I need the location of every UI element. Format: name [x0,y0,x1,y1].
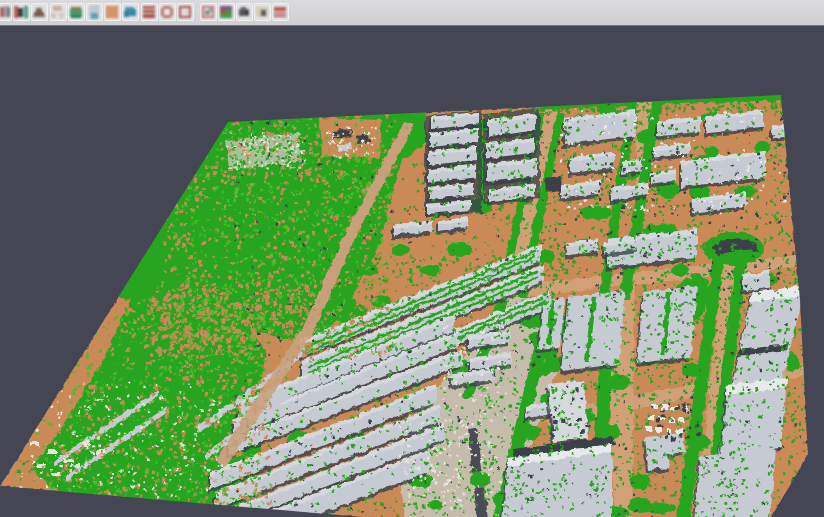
classified-raster-icon [219,5,233,19]
toolbar-button-segment[interactable] [200,3,217,21]
toolbar-button-align-clouds[interactable] [13,3,30,21]
toolbar-button-pale-blocks[interactable] [50,3,67,21]
small-structure [48,450,57,454]
red-ring-icon [160,5,174,19]
grove [520,424,540,440]
terrain-raster-icon [69,5,83,19]
pale-blocks-icon [51,5,65,19]
camera-icon [237,5,251,19]
toolbar-button-red-stripes[interactable] [141,3,158,21]
grove [671,264,689,276]
toolbar-button-edge-clipped[interactable] [0,3,12,21]
viewport-3d[interactable] [0,26,824,517]
br-mid-lower [694,448,776,517]
application-window [0,0,824,517]
small-structure [656,427,662,432]
red-stripes-icon [142,5,156,19]
toolbar-button-orange-box[interactable] [104,3,121,21]
small-structure [649,415,655,420]
segment-icon [201,5,215,19]
main-toolbar [0,0,824,26]
toolbar-button-red-table[interactable] [272,3,289,21]
small-structure [52,472,61,476]
point-cloud-layers [0,90,824,517]
toolbar-button-red-ring[interactable] [159,3,176,21]
toolbar-button-level-slider[interactable] [86,3,103,21]
grove [448,243,472,257]
toolbar-button-mesh-building[interactable] [31,3,48,21]
toolbar-button-blue-sphere[interactable] [122,3,139,21]
orange-box-icon [105,5,119,19]
toolbar-button-camera[interactable] [236,3,253,21]
mesh-building-icon [32,5,46,19]
align-clouds-icon [14,5,28,19]
sand-box-icon [255,5,269,19]
blue-sphere-icon [123,5,137,19]
red-frame-icon [178,5,192,19]
edge-clipped-icon [0,5,10,19]
small-structure [646,426,652,431]
small-structure [662,405,668,410]
toolbar-button-terrain-raster[interactable] [68,3,85,21]
toolbar-button-red-frame[interactable] [177,3,194,21]
toolbar-button-sand-box[interactable] [254,3,271,21]
grove [469,472,491,488]
level-slider-icon [87,5,101,19]
small-structure [30,442,39,446]
point-cloud-scene[interactable] [0,26,824,517]
toolbar-button-classified-raster[interactable] [218,3,235,21]
red-table-icon [273,5,287,19]
grove [606,374,630,390]
